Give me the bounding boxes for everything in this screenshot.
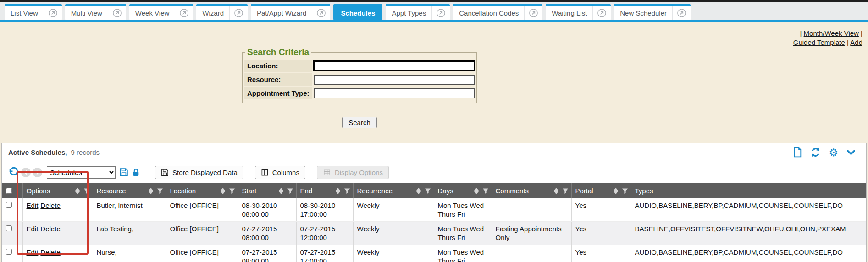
col-header-resource[interactable]: Resource — [93, 183, 166, 198]
filter-icon[interactable] — [83, 188, 90, 194]
filter-icon[interactable] — [482, 188, 489, 194]
comments-cell: Fasting Appointments Only — [492, 222, 571, 245]
external-link-icon[interactable] — [229, 6, 248, 20]
display-options-button[interactable]: Display Options — [317, 166, 389, 179]
tab-label: Multi View — [71, 9, 108, 17]
external-link-icon[interactable] — [312, 6, 330, 20]
month-week-view-link[interactable]: Month/Week View — [804, 29, 859, 37]
portal-cell: Yes — [571, 198, 631, 222]
record-count: 9 records — [71, 148, 100, 156]
filter-icon[interactable] — [622, 188, 628, 194]
new-document-icon[interactable] — [793, 147, 802, 158]
external-link-icon[interactable] — [592, 6, 611, 20]
tab-label: List View — [11, 9, 44, 17]
sort-icon[interactable] — [75, 188, 80, 194]
tab-waiting-list[interactable]: Waiting List — [546, 4, 611, 20]
col-header-end[interactable]: End — [296, 183, 353, 198]
store-displayed-data-button[interactable]: Store Displayed Data — [155, 166, 243, 179]
next-view-icon[interactable] — [33, 168, 42, 177]
tab-schedules[interactable]: Schedules — [333, 4, 382, 20]
previous-view-icon[interactable] — [21, 168, 31, 177]
view-select[interactable]: Schedules — [47, 166, 116, 179]
tab-new-scheduler[interactable]: New Scheduler — [614, 4, 691, 20]
col-header-comments[interactable]: Comments — [492, 183, 571, 198]
delete-link[interactable]: Delete — [40, 202, 60, 209]
lock-icon[interactable] — [132, 168, 140, 177]
filter-icon[interactable] — [425, 188, 431, 194]
tab-bar: List View Multi View Week View Wizard Pa… — [0, 2, 868, 22]
sort-icon[interactable] — [474, 188, 479, 194]
external-link-icon[interactable] — [44, 6, 62, 20]
sort-icon[interactable] — [221, 188, 225, 194]
col-header-location[interactable]: Location — [166, 183, 238, 198]
tab-pat-appt-wizard[interactable]: Pat/Appt Wizard — [251, 4, 330, 20]
chevron-down-icon[interactable] — [846, 148, 856, 157]
row-checkbox[interactable] — [6, 225, 12, 231]
filter-icon[interactable] — [287, 188, 293, 194]
recurrence-cell: Weekly — [353, 222, 434, 245]
filter-icon[interactable] — [229, 188, 235, 194]
save-view-icon[interactable] — [119, 168, 128, 177]
filter-icon[interactable] — [344, 188, 350, 194]
edit-link[interactable]: Edit — [27, 202, 39, 209]
gear-icon[interactable]: ⚙ — [829, 148, 838, 157]
resource-input[interactable] — [314, 75, 475, 85]
search-criteria-heading: Search Criteria — [245, 47, 311, 57]
sort-icon[interactable] — [336, 188, 340, 194]
col-header-start[interactable]: Start — [238, 183, 296, 198]
active-schedules-panel: Active Schedules, 9 records ⚙ Schedules … — [1, 143, 867, 262]
filter-icon[interactable] — [157, 188, 163, 194]
columns-icon — [261, 169, 269, 176]
delete-link[interactable]: Delete — [40, 225, 60, 233]
types-cell: AUDIO,BASELINE,BERY,BP,CADMIUM,COUNSEL,C… — [631, 198, 866, 222]
location-input[interactable] — [314, 61, 475, 71]
select-all-checkbox[interactable] — [6, 188, 12, 194]
search-button[interactable]: Search — [342, 117, 377, 128]
sort-icon[interactable] — [614, 188, 618, 194]
sort-icon[interactable] — [416, 188, 421, 194]
pipe: | — [800, 29, 802, 37]
external-link-icon[interactable] — [108, 6, 126, 20]
tab-list-view[interactable]: List View — [5, 4, 62, 20]
sort-icon[interactable] — [279, 188, 283, 194]
portal-cell: Yes — [571, 245, 631, 262]
external-link-icon[interactable] — [431, 6, 450, 20]
col-header-select-all — [2, 183, 22, 198]
edit-link[interactable]: Edit — [27, 248, 39, 256]
col-header-days[interactable]: Days — [434, 183, 492, 198]
refresh-icon[interactable] — [810, 147, 821, 158]
tab-cancellation-codes[interactable]: Cancellation Codes — [453, 4, 542, 20]
sort-icon[interactable] — [554, 188, 558, 194]
table-row: EditDelete Butler, Internist Office [OFF… — [2, 198, 866, 222]
table-grid-icon — [323, 169, 331, 176]
col-header-options[interactable]: Options — [22, 183, 93, 198]
sort-icon[interactable] — [149, 188, 153, 194]
row-checkbox[interactable] — [6, 202, 12, 208]
tab-multi-view[interactable]: Multi View — [65, 4, 126, 20]
start-cell: 08-30-2010 08:00:00 — [238, 198, 296, 222]
comments-cell — [492, 198, 571, 222]
col-header-portal[interactable]: Portal — [571, 183, 631, 198]
filter-icon[interactable] — [562, 188, 569, 194]
delete-link[interactable]: Delete — [40, 248, 60, 256]
col-header-recurrence[interactable]: Recurrence — [353, 183, 434, 198]
undo-icon[interactable] — [7, 167, 18, 178]
edit-link[interactable]: Edit — [27, 225, 39, 233]
row-checkbox[interactable] — [6, 249, 12, 255]
external-link-icon[interactable] — [175, 6, 193, 20]
guided-template-link[interactable]: Guided Template — [793, 38, 845, 46]
add-link[interactable]: Add — [850, 38, 862, 46]
tab-week-view[interactable]: Week View — [129, 4, 193, 20]
tab-label: Cancellation Codes — [459, 9, 524, 17]
col-header-types[interactable]: Types — [631, 183, 866, 198]
appointment-type-label: Appointment Type: — [244, 87, 312, 99]
view-links-line2: Guided Template | Add — [6, 38, 862, 47]
external-link-icon[interactable] — [672, 6, 691, 20]
columns-button[interactable]: Columns — [255, 166, 305, 179]
toolbar-separator — [249, 165, 249, 180]
external-link-icon[interactable] — [524, 6, 542, 20]
end-cell: 08-30-2010 17:00:00 — [296, 198, 353, 222]
appointment-type-input[interactable] — [314, 88, 475, 98]
tab-appt-types[interactable]: Appt Types — [386, 4, 450, 20]
tab-wizard[interactable]: Wizard — [196, 4, 248, 20]
